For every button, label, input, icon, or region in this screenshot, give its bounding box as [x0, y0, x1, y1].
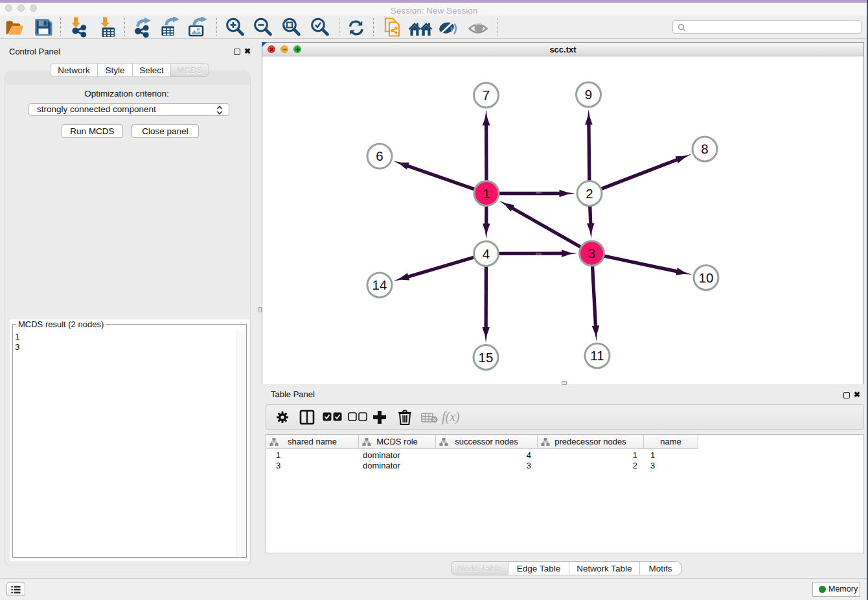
svg-text:2: 2 [586, 186, 593, 201]
svg-text:11: 11 [590, 348, 604, 363]
svg-text:4: 4 [483, 246, 490, 261]
svg-text:8: 8 [701, 141, 708, 156]
svg-text:14: 14 [372, 277, 387, 292]
svg-text:3: 3 [588, 246, 595, 260]
svg-text:1: 1 [483, 186, 490, 201]
svg-text:10: 10 [699, 270, 714, 285]
svg-text:15: 15 [479, 350, 494, 365]
svg-text:6: 6 [376, 148, 383, 163]
svg-text:7: 7 [483, 87, 490, 102]
svg-text:9: 9 [585, 87, 592, 102]
